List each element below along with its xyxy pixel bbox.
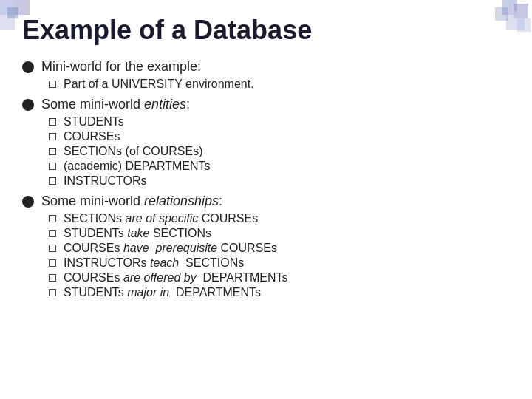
sub-bullet-square <box>49 133 56 140</box>
sub-bullet-square <box>49 148 56 155</box>
sub-bullet-square <box>49 289 56 296</box>
list-item: SECTIONs are of specific COURSEs <box>49 212 510 225</box>
list-item: INSTRUCTORs teach SECTIONs <box>49 256 510 270</box>
sub-bullet-text: COURSEs are offered by DEPARTMENTs <box>64 271 288 284</box>
main-bullet-3: Some mini-world relationships: <box>22 194 510 209</box>
sub-bullet-text: STUDENTs take SECTIONs <box>64 227 211 240</box>
main-bullet-3-text: Some mini-world relationships: <box>41 194 222 209</box>
svg-rect-8 <box>517 18 531 32</box>
list-item: SECTIONs (of COURSEs) <box>49 145 510 158</box>
list-item: STUDENTs <box>49 115 510 129</box>
sub-bullet-text: Part of a UNIVERSITY environment. <box>64 78 254 91</box>
list-item: STUDENTs take SECTIONs <box>49 227 510 240</box>
sub-bullet-text: SECTIONs are of specific COURSEs <box>64 212 258 225</box>
sub-bullet-square <box>49 118 56 126</box>
sub-bullet-square <box>49 274 56 282</box>
sub-bullets-3: SECTIONs are of specific COURSEs STUDENT… <box>49 212 510 299</box>
main-bullet-1-text: Mini-world for the example: <box>41 59 201 75</box>
main-bullet-2: Some mini-world entities: <box>22 97 510 112</box>
sub-bullets-1: Part of a UNIVERSITY environment. <box>49 78 510 91</box>
sub-bullet-square <box>49 245 56 252</box>
sub-bullet-text: SECTIONs (of COURSEs) <box>64 145 202 158</box>
main-content: Example of a Database Mini-world for the… <box>22 7 510 392</box>
list-item: INSTRUCTORs <box>49 174 510 188</box>
bullet-dot-2 <box>22 99 34 111</box>
sub-bullet-square <box>49 230 56 237</box>
bullet-dot-3 <box>22 196 34 208</box>
list-item: (academic) DEPARTMENTs <box>49 160 510 173</box>
svg-rect-3 <box>7 7 18 18</box>
sub-bullet-square <box>49 215 56 222</box>
section-2: Some mini-world entities: STUDENTs COURS… <box>22 97 510 188</box>
sub-bullet-text: INSTRUCTORs <box>64 174 147 188</box>
list-item: COURSEs have prerequisite COURSEs <box>49 242 510 255</box>
sub-bullet-text: (academic) DEPARTMENTs <box>64 160 211 173</box>
section-1: Mini-world for the example: Part of a UN… <box>22 59 510 91</box>
sub-bullet-text: COURSEs have prerequisite COURSEs <box>64 242 277 255</box>
main-bullet-1: Mini-world for the example: <box>22 59 510 75</box>
list-item: COURSEs <box>49 130 510 143</box>
sub-bullet-square <box>49 177 56 185</box>
main-bullet-2-text: Some mini-world entities: <box>41 97 190 112</box>
page-title: Example of a Database <box>22 15 510 46</box>
sub-bullet-square <box>49 163 56 170</box>
sub-bullet-text: STUDENTs <box>64 115 124 129</box>
sub-bullet-text: COURSEs <box>64 130 120 143</box>
sub-bullet-text: STUDENTs major in DEPARTMENTs <box>64 286 261 299</box>
sub-bullet-text: INSTRUCTORs teach SECTIONs <box>64 256 244 270</box>
sub-bullets-2: STUDENTs COURSEs SECTIONs (of COURSEs) (… <box>49 115 510 188</box>
list-item: Part of a UNIVERSITY environment. <box>49 78 510 91</box>
list-item: COURSEs are offered by DEPARTMENTs <box>49 271 510 284</box>
sub-bullet-square <box>49 259 56 267</box>
section-3: Some mini-world relationships: SECTIONs … <box>22 194 510 299</box>
bullet-dot-1 <box>22 61 34 73</box>
sub-bullet-square <box>49 81 56 88</box>
list-item: STUDENTs major in DEPARTMENTs <box>49 286 510 299</box>
